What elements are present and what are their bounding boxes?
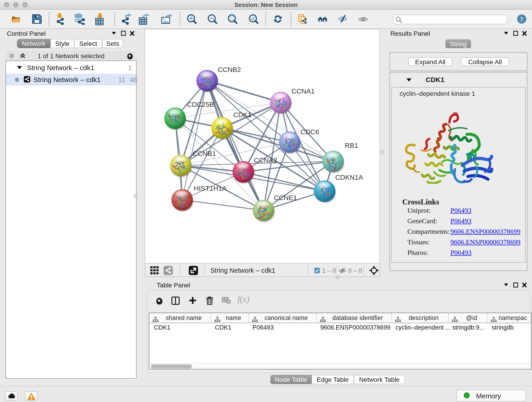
svg-text:CCNB2: CCNB2 [218,66,241,73]
svg-text:CDC25B: CDC25B [187,101,214,108]
svg-text:CDKN1A: CDKN1A [335,173,363,181]
svg-text:HIST1H1A: HIST1H1A [194,185,227,192]
svg-text:?: ? [520,15,524,23]
svg-text:RB1: RB1 [345,142,358,149]
svg-text:CCNE1: CCNE1 [274,194,297,201]
svg-text:CDK1: CDK1 [233,111,252,119]
svg-text:CDC6: CDC6 [300,128,319,136]
svg-text:CCNA1: CCNA1 [291,87,315,95]
svg-text:CCNA2: CCNA2 [254,156,277,164]
svg-text:CCNB1: CCNB1 [193,150,216,157]
